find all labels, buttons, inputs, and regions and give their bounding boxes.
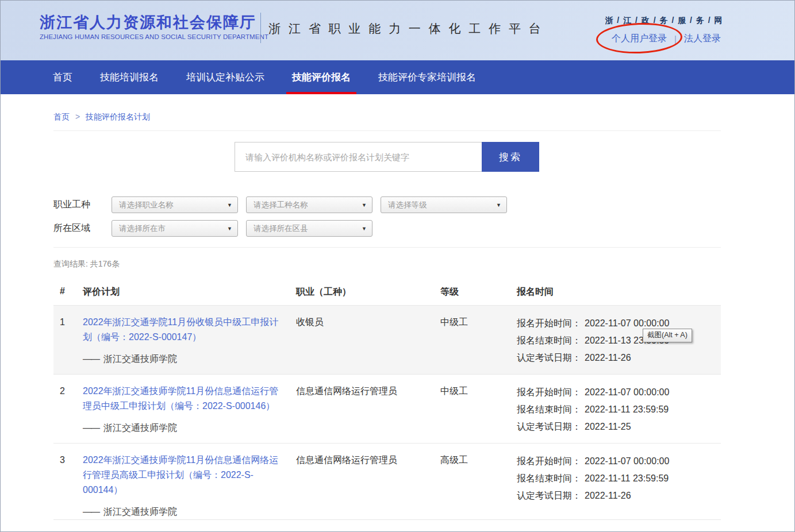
- time-cell: 报名开始时间：2022-11-01 00:00:00: [517, 529, 721, 532]
- occupation-cell: 信息通信网络运行管理员: [296, 453, 440, 519]
- personal-login-link[interactable]: 个人用户登录: [612, 33, 667, 45]
- time-cell: 报名开始时间：2022-11-07 00:00:00 报名结束时间：2022-1…: [517, 384, 721, 443]
- nav-item-expert-training-signup[interactable]: 技能评价专家培训报名: [364, 60, 490, 94]
- row-index: 4: [53, 529, 83, 532]
- breadcrumb-home-link[interactable]: 首页: [53, 112, 70, 121]
- chevron-down-icon: ▼: [362, 226, 367, 232]
- corporate-login-link[interactable]: 法人登录: [684, 33, 721, 45]
- search-input[interactable]: [235, 142, 482, 172]
- main-nav: 首页 技能培训报名 培训认定补贴公示 技能评价报名 技能评价专家培训报名: [1, 60, 794, 94]
- city-select[interactable]: 请选择所在市 ▼: [112, 220, 238, 237]
- nav-item-subsidy-publicity[interactable]: 培训认定补贴公示: [172, 60, 278, 94]
- login-separator: |: [674, 34, 677, 44]
- plan-link[interactable]: 2022年浙江交通技师学院11月份信息通信运行管理员中级工申报计划（编号：202…: [83, 384, 285, 414]
- time-cell: 报名开始时间：2022-11-07 00:00:00 报名结束时间：2022-1…: [517, 315, 721, 374]
- result-count: 查询结果: 共176条: [53, 259, 721, 271]
- plan-link[interactable]: 2022年浙江交通学院11月份收银员中级工申报计划（编号：2022-S-0001…: [83, 315, 285, 345]
- occupation-cell: 收银员: [296, 315, 440, 374]
- row-index: 2: [53, 384, 83, 443]
- gov-service-net-label: 浙 / 江 / 政 / 务 / 服 / 务 / 网: [605, 16, 723, 26]
- screenshot-tooltip: 截图(Alt + A): [643, 329, 692, 342]
- org-name: ——浙江交通技师学院: [83, 352, 296, 367]
- level-cell: 中级工: [440, 384, 517, 443]
- row-index: 1: [53, 315, 83, 374]
- divider: [53, 130, 721, 131]
- col-index: #: [53, 286, 83, 298]
- org-name: ——浙江交通技师学院: [83, 504, 296, 519]
- level-select[interactable]: 请选择等级 ▼: [381, 196, 507, 213]
- col-time: 报名时间: [517, 286, 721, 298]
- table-header: # 评价计划 职业（工种） 等级 报名时间: [53, 275, 721, 306]
- breadcrumb-separator: >: [75, 112, 80, 121]
- page: 浙江省人力资源和社会保障厅 ZHEJIANG HUMAN RESOURCES A…: [0, 0, 795, 532]
- chevron-down-icon: ▼: [227, 202, 232, 208]
- table-row: 4 2022年浙江交通技师学院11月份电子商务师四级 电子商务师 中级工 报名开…: [53, 520, 721, 532]
- nav-item-skill-evaluation-signup[interactable]: 技能评价报名: [278, 60, 364, 94]
- breadcrumb: 首页 > 技能评价报名计划: [53, 112, 721, 124]
- col-occupation: 职业（工种）: [296, 286, 440, 298]
- table-row: 2 2022年浙江交通技师学院11月份信息通信运行管理员中级工申报计划（编号：2…: [53, 375, 721, 444]
- platform-title: 浙 江 省 职 业 能 力 一 体 化 工 作 平 台: [268, 21, 543, 37]
- chevron-down-icon: ▼: [496, 202, 501, 208]
- region-filter-label: 所在区域: [53, 222, 112, 234]
- plan-link[interactable]: 2022年浙江交通技师学院11月份电子商务师四级: [83, 529, 285, 532]
- chevron-down-icon: ▼: [362, 202, 367, 208]
- banner-divider: [260, 13, 261, 43]
- table-row: 1 2022年浙江交通学院11月份收银员中级工申报计划（编号：2022-S-00…: [53, 306, 721, 375]
- site-banner: 浙江省人力资源和社会保障厅 ZHEJIANG HUMAN RESOURCES A…: [1, 1, 794, 60]
- chevron-down-icon: ▼: [227, 226, 232, 232]
- org-logo-subtitle: ZHEJIANG HUMAN RESOURCES AND SOCIAL SECU…: [40, 33, 268, 40]
- nav-item-home[interactable]: 首页: [39, 60, 86, 94]
- breadcrumb-current: 技能评价报名计划: [86, 112, 150, 121]
- login-links: 个人用户登录 | 法人登录: [612, 33, 721, 45]
- occupation-filter-row: 职业工种 请选择职业名称 ▼ 请选择工种名称 ▼ 请选择等级 ▼: [53, 196, 721, 213]
- col-level: 等级: [440, 286, 517, 298]
- org-logo-text: 浙江省人力资源和社会保障厅: [40, 12, 256, 33]
- occupation-name-select[interactable]: 请选择职业名称 ▼: [112, 196, 238, 213]
- district-select[interactable]: 请选择所在区县 ▼: [246, 220, 372, 237]
- level-cell: 高级工: [440, 453, 517, 519]
- table-row: 3 2022年浙江交通技师学院11月份信息通信网络运行管理员高级工申报计划（编号…: [53, 444, 721, 520]
- time-cell: 报名开始时间：2022-11-07 00:00:00 报名结束时间：2022-1…: [517, 453, 721, 519]
- divider: [53, 247, 721, 248]
- region-filter-row: 所在区域 请选择所在市 ▼ 请选择所在区县 ▼: [53, 220, 721, 237]
- row-index: 3: [53, 453, 83, 519]
- occupation-cell: 信息通信网络运行管理员: [296, 384, 440, 443]
- occupation-cell: 电子商务师: [296, 529, 440, 532]
- nav-item-training-signup[interactable]: 技能培训报名: [86, 60, 172, 94]
- plan-link[interactable]: 2022年浙江交通技师学院11月份信息通信网络运行管理员高级工申报计划（编号：2…: [83, 453, 285, 498]
- content: 首页 > 技能评价报名计划 搜索 职业工种 请选择职业名称 ▼ 请选择工种名称 …: [53, 112, 721, 532]
- col-plan: 评价计划: [83, 286, 296, 298]
- search-button[interactable]: 搜索: [482, 142, 539, 172]
- org-name: ——浙江交通技师学院: [83, 421, 296, 435]
- level-cell: 中级工: [440, 529, 517, 532]
- level-cell: 中级工: [440, 315, 517, 374]
- search-bar: 搜索: [235, 142, 721, 172]
- occupation-filter-label: 职业工种: [53, 199, 112, 211]
- plan-table: # 评价计划 职业（工种） 等级 报名时间 1 2022年浙江交通学院11月份收…: [53, 275, 721, 532]
- worktype-select[interactable]: 请选择工种名称 ▼: [246, 196, 372, 213]
